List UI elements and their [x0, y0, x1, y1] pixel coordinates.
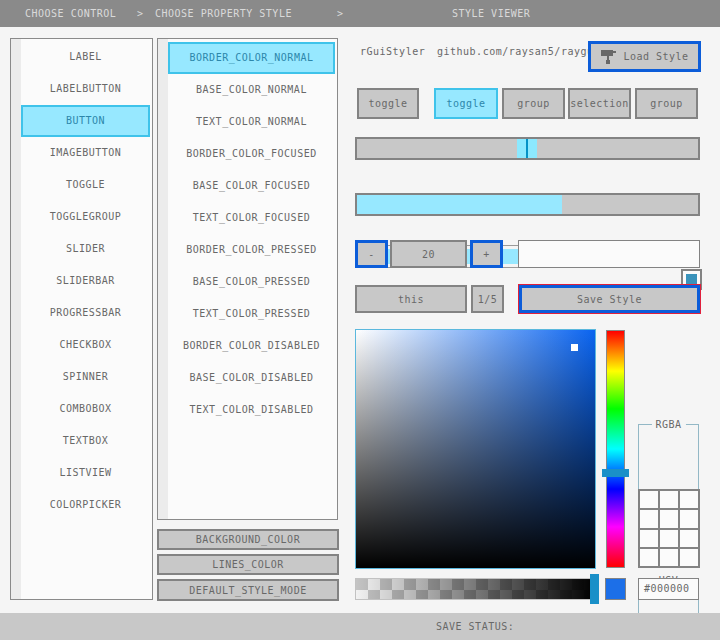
sliderbar-fill — [357, 195, 562, 214]
control-item-listview[interactable]: LISTVIEW — [21, 457, 150, 489]
control-item-togglegroup[interactable]: TOGGLEGROUP — [21, 201, 150, 233]
load-style-label: Load Style — [623, 51, 688, 62]
property-item-base-color-disabled[interactable]: BASE_COLOR_DISABLED — [168, 362, 335, 394]
property-item-border-color-pressed[interactable]: BORDER_COLOR_PRESSED — [168, 234, 335, 266]
hue-gradient-bar[interactable] — [606, 330, 625, 568]
spinner-value[interactable]: 20 — [390, 240, 467, 268]
nav-style-viewer: STYLE VIEWER — [452, 0, 530, 27]
lines-color-button[interactable]: LINES_COLOR — [157, 554, 339, 575]
textbox-demo[interactable] — [518, 240, 700, 268]
toggle-group-button[interactable]: group — [502, 88, 565, 119]
hue-slider-handle[interactable] — [602, 469, 629, 477]
control-item-button-selected[interactable]: BUTTON — [21, 105, 150, 137]
controls-list-scrollbar[interactable] — [11, 39, 21, 599]
palette-cell[interactable] — [640, 549, 658, 566]
nav-choose-control: CHOOSE CONTROL — [25, 0, 116, 27]
control-item-colorpicker[interactable]: COLORPICKER — [21, 489, 150, 521]
property-item-base-color-normal[interactable]: BASE_COLOR_NORMAL — [168, 74, 335, 106]
control-item-imagebutton[interactable]: IMAGEBUTTON — [21, 137, 150, 169]
rgba-groupbox: RGBA — [638, 424, 699, 494]
nav-choose-property-style: CHOOSE PROPERTY STYLE — [155, 0, 292, 27]
property-item-base-color-pressed[interactable]: BASE_COLOR_PRESSED — [168, 266, 335, 298]
palette-cell[interactable] — [640, 491, 658, 508]
sliderbar-demo[interactable] — [355, 193, 700, 216]
top-nav-bar: CHOOSE CONTROL > CHOOSE PROPERTY STYLE >… — [0, 0, 720, 27]
spinner-minus-button[interactable]: - — [355, 240, 388, 268]
palette-cell[interactable] — [680, 491, 698, 508]
property-item-border-color-focused[interactable]: BORDER_COLOR_FOCUSED — [168, 138, 335, 170]
control-item-textbox[interactable]: TEXTBOX — [21, 425, 150, 457]
checkbox-checked-mark — [686, 274, 697, 285]
slider-demo[interactable] — [355, 137, 700, 160]
color-picker-cursor[interactable] — [571, 344, 578, 351]
repo-link-label[interactable]: github.com/raysan5/raygui — [437, 46, 600, 58]
palette-cell[interactable] — [680, 530, 698, 547]
control-item-progressbar[interactable]: PROGRESSBAR — [21, 297, 150, 329]
rguistyler-window: CHOOSE CONTROL > CHOOSE PROPERTY STYLE >… — [0, 0, 720, 640]
status-bar: SAVE STATUS: — [0, 613, 720, 640]
toggle-button-selected[interactable]: toggle — [434, 88, 498, 119]
alpha-gradient-bar[interactable] — [355, 578, 595, 600]
property-styles-list: BORDER_COLOR_NORMAL BASE_COLOR_NORMAL TE… — [157, 38, 338, 520]
palette-cell[interactable] — [660, 530, 678, 547]
control-item-labelbutton[interactable]: LABELBUTTON — [21, 73, 150, 105]
control-item-label[interactable]: LABEL — [21, 41, 150, 73]
load-style-button[interactable]: Load Style — [588, 41, 701, 72]
save-style-button[interactable]: Save Style — [519, 285, 700, 313]
property-item-text-color-disabled[interactable]: TEXT_COLOR_DISABLED — [168, 394, 335, 426]
control-item-checkbox[interactable]: CHECKBOX — [21, 329, 150, 361]
property-list-scrollbar[interactable] — [158, 39, 168, 519]
combobox-demo[interactable]: this — [355, 285, 467, 313]
rgba-groupbox-label: RGBA — [651, 419, 685, 430]
hex-color-input[interactable]: #000000 — [638, 578, 699, 600]
toggle-button[interactable]: toggle — [357, 88, 419, 119]
background-color-button[interactable]: BACKGROUND_COLOR — [157, 529, 339, 550]
palette-cell[interactable] — [640, 530, 658, 547]
palette-cell[interactable] — [640, 510, 658, 527]
palette-cell[interactable] — [660, 510, 678, 527]
combobox-counter[interactable]: 1/5 — [471, 285, 504, 313]
chevron-right-icon: > — [137, 0, 144, 27]
chevron-right-icon: > — [337, 0, 344, 27]
toggle-group2-button[interactable]: group — [635, 88, 698, 119]
property-item-text-color-focused[interactable]: TEXT_COLOR_FOCUSED — [168, 202, 335, 234]
color-picker-panel[interactable] — [355, 329, 596, 569]
color-palette-grid — [638, 489, 700, 568]
property-item-base-color-focused[interactable]: BASE_COLOR_FOCUSED — [168, 170, 335, 202]
current-color-swatch — [605, 578, 626, 600]
save-status-label: SAVE STATUS: — [436, 613, 514, 640]
slider-handle[interactable] — [517, 139, 537, 158]
spinner-plus-button[interactable]: + — [470, 240, 503, 268]
palette-cell[interactable] — [660, 549, 678, 566]
app-brand-label: rGuiStyler — [360, 46, 425, 58]
controls-list: LABEL LABELBUTTON BUTTON IMAGEBUTTON TOG… — [10, 38, 153, 600]
control-item-toggle[interactable]: TOGGLE — [21, 169, 150, 201]
property-item-text-color-normal[interactable]: TEXT_COLOR_NORMAL — [168, 106, 335, 138]
default-style-mode-button[interactable]: DEFAULT_STYLE_MODE — [157, 579, 339, 601]
alpha-slider — [355, 578, 595, 600]
control-item-combobox[interactable]: COMBOBOX — [21, 393, 150, 425]
palette-cell[interactable] — [680, 549, 698, 566]
property-item-text-color-pressed[interactable]: TEXT_COLOR_PRESSED — [168, 298, 335, 330]
property-item-border-color-normal-selected[interactable]: BORDER_COLOR_NORMAL — [168, 42, 335, 74]
control-item-slider[interactable]: SLIDER — [21, 233, 150, 265]
property-item-border-color-disabled[interactable]: BORDER_COLOR_DISABLED — [168, 330, 335, 362]
paint-roller-icon — [600, 49, 617, 65]
toggle-selection-button[interactable]: selection — [568, 88, 631, 119]
palette-cell[interactable] — [680, 510, 698, 527]
control-item-spinner[interactable]: SPINNER — [21, 361, 150, 393]
control-item-sliderbar[interactable]: SLIDERBAR — [21, 265, 150, 297]
hue-slider — [602, 330, 629, 568]
palette-cell[interactable] — [660, 491, 678, 508]
alpha-slider-handle[interactable] — [590, 574, 599, 604]
